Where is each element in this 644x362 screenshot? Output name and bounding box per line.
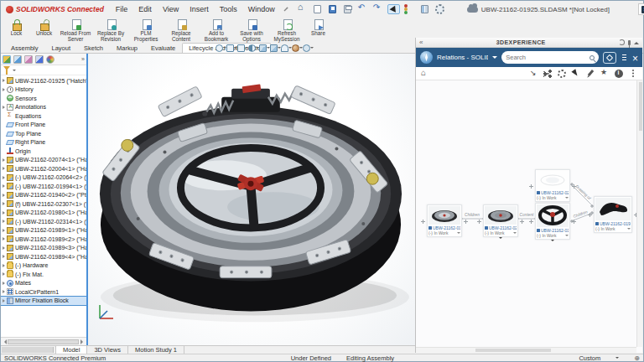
- menu-item[interactable]: File: [111, 3, 133, 15]
- tree-item[interactable]: UBW-21162-01989<2> ("Hatch Zinc: [1, 235, 86, 244]
- ribbon-button[interactable]: Lock: [3, 18, 30, 38]
- favorite-star-icon[interactable]: [600, 70, 609, 78]
- share-icon[interactable]: [543, 70, 552, 78]
- headsup-icon[interactable]: [226, 44, 234, 52]
- tree-item[interactable]: Sensors: [1, 94, 86, 103]
- expand-arrow-icon[interactable]: [3, 246, 5, 250]
- expand-arrow-icon[interactable]: [3, 272, 5, 276]
- node-caret-icon[interactable]: [457, 232, 460, 235]
- menu-item[interactable]: Insert: [184, 3, 214, 15]
- tree-item[interactable]: Mirror Fixation Block: [1, 297, 86, 306]
- units-caret-icon[interactable]: [615, 357, 619, 360]
- expand-arrow-icon[interactable]: [3, 237, 5, 240]
- dimxpert-manager-tab-icon[interactable]: [35, 55, 44, 64]
- expand-arrow-icon[interactable]: [3, 176, 5, 179]
- filter-caret-icon[interactable]: [13, 70, 16, 73]
- ribbon-button[interactable]: Replace Content: [164, 18, 199, 44]
- expand-arrow-icon[interactable]: [3, 167, 5, 170]
- tree-item[interactable]: LocalCirPattern1: [1, 287, 86, 297]
- scrollbar-thumb[interactable]: [8, 339, 79, 344]
- node-caret-icon[interactable]: [627, 228, 631, 231]
- expand-arrow-icon[interactable]: [3, 106, 5, 109]
- node-caret-icon[interactable]: [513, 232, 517, 235]
- quick-access-icon[interactable]: [387, 4, 400, 14]
- configuration-manager-tab-icon[interactable]: [24, 55, 33, 64]
- tree-horizontal-scrollbar[interactable]: [1, 337, 86, 345]
- panel-close-icon[interactable]: [632, 50, 638, 65]
- command-tab[interactable]: Sketch: [77, 43, 110, 53]
- tree-filter[interactable]: [1, 65, 86, 75]
- tree-item[interactable]: Mates: [1, 279, 86, 288]
- quick-access-icon[interactable]: [297, 4, 308, 14]
- panel-vertical-scrollbar[interactable]: [636, 80, 642, 347]
- scroll-left-icon[interactable]: [2, 339, 7, 344]
- headsup-icon[interactable]: [259, 44, 267, 52]
- headsup-icon[interactable]: [216, 44, 223, 52]
- tree-item[interactable]: History: [1, 85, 86, 95]
- info-icon[interactable]: [615, 70, 623, 78]
- panel-search[interactable]: [501, 51, 599, 64]
- ribbon-button[interactable]: Save with Options: [234, 18, 269, 44]
- command-tab[interactable]: Evaluate: [144, 43, 182, 53]
- command-tab[interactable]: Layout: [45, 43, 78, 53]
- feature-manager-tab-icon[interactable]: [3, 55, 11, 64]
- ribbon-button[interactable]: Add to Bookmark: [199, 18, 234, 44]
- tree-item[interactable]: (-) Fix Mat.: [1, 270, 86, 279]
- settings-gear-icon[interactable]: [558, 70, 566, 78]
- expand-arrow-icon[interactable]: [3, 202, 5, 205]
- expand-arrow-icon[interactable]: [3, 229, 5, 232]
- headsup-icon[interactable]: [270, 44, 278, 52]
- tree-root[interactable]: UBW-21162-01925 ("Hatch"): [1, 76, 86, 85]
- home-icon[interactable]: [421, 70, 429, 78]
- document-tab[interactable]: Model: [55, 346, 87, 354]
- graphics-area[interactable]: [88, 54, 415, 345]
- relation-node[interactable]: UBW-21162-01994 (-) In Work: [594, 196, 632, 233]
- globe-icon[interactable]: [634, 354, 640, 362]
- edit-pencil-icon[interactable]: [586, 70, 595, 78]
- tree-item[interactable]: UBW-21162-01980<1> ("Hatch Ring: [1, 209, 86, 218]
- tree-item[interactable]: UBW-21162-01989<3> ("Hatch Zinc: [1, 244, 86, 253]
- scroll-right-icon[interactable]: [80, 339, 86, 344]
- app-selector[interactable]: Relations - SOLIDWORKS Relatio...: [437, 54, 488, 61]
- expand-arrow-icon[interactable]: [3, 184, 5, 188]
- quick-access-icon[interactable]: [419, 4, 430, 14]
- ribbon-button[interactable]: Share: [304, 18, 332, 38]
- document-tab[interactable]: 3D Views: [87, 346, 128, 354]
- app-selector-caret-icon[interactable]: [492, 56, 497, 61]
- headsup-icon[interactable]: [237, 44, 245, 52]
- ribbon-button[interactable]: Unlock: [30, 18, 58, 38]
- pin-panel-icon[interactable]: [628, 40, 631, 45]
- relations-canvas[interactable]: Children Content Drawing of Children UBW…: [416, 80, 642, 353]
- node-caret-icon[interactable]: [565, 197, 569, 200]
- tree-item[interactable]: (-) UBW-21162-02064<2> ("Hatch L: [1, 173, 86, 183]
- expand-down-icon[interactable]: [551, 240, 554, 243]
- scrollbar-thumb[interactable]: [475, 349, 551, 352]
- menu-icon[interactable]: [622, 54, 626, 56]
- ribbon-button[interactable]: Replace By Revision: [93, 18, 128, 44]
- quick-access-icon[interactable]: [342, 4, 353, 14]
- relation-node[interactable]: UBW-21162-01980 (-) In Work: [535, 203, 570, 240]
- tree-item[interactable]: Equations: [1, 111, 86, 121]
- document-tab[interactable]: Motion Study 1: [128, 346, 184, 354]
- tree-item[interactable]: Origin: [1, 147, 86, 156]
- tree-item[interactable]: UBW-21162-02004<1> ("Hatch Sprin: [1, 164, 86, 173]
- tree-item[interactable]: UBW-21162-01989<4> ("Hatch Zinc: [1, 252, 86, 261]
- tree-item[interactable]: UBW-21162-01989<1> ("Hatch Zinc: [1, 226, 86, 235]
- panel-search-icon[interactable]: [589, 55, 595, 60]
- tree-item[interactable]: UBW-21162-02074<1> ("Hatch Lid"): [1, 156, 86, 165]
- menu-item[interactable]: Edit: [133, 3, 157, 15]
- pin-menu-icon[interactable]: [283, 8, 288, 12]
- expand-arrow-icon[interactable]: [3, 264, 5, 267]
- tree-item[interactable]: (-) UBW-21162-01994<1> ("Grabbin: [1, 182, 86, 191]
- assembly-3d-view[interactable]: [88, 54, 415, 345]
- select-cursor-icon[interactable]: [572, 70, 580, 78]
- quick-access-icon[interactable]: [357, 4, 368, 14]
- expand-arrow-icon[interactable]: [3, 299, 5, 303]
- quick-access-icon[interactable]: [434, 4, 445, 14]
- ribbon-button[interactable]: PLM Properties: [128, 18, 164, 44]
- tree-item[interactable]: (-) UBW-21162-02314<1> ("Hatch R: [1, 217, 86, 226]
- command-search[interactable]: [638, 3, 644, 15]
- headsup-icon[interactable]: [281, 44, 288, 52]
- expand-arrow-icon[interactable]: [3, 158, 5, 162]
- quick-access-icon[interactable]: [372, 4, 383, 14]
